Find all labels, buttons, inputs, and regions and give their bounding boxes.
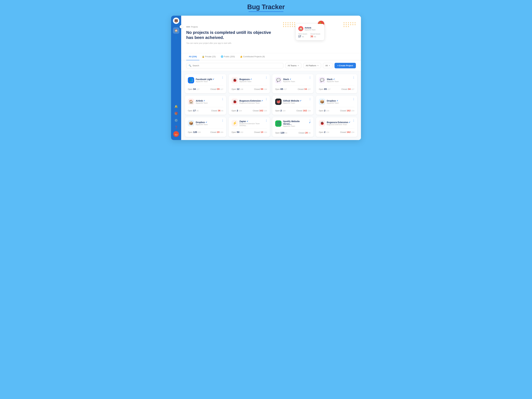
open-total: /198 [240,89,243,90]
all-filter[interactable]: All ▼ [323,63,332,68]
project-card-2[interactable]: ⋮ 🐞 Bugasura ✔ Appachhi Team Open 12 /19… [229,74,270,93]
preview-card: 🏠 Airbnb Appachhi Team Open Issues 17 /6… [296,24,324,40]
closed-issues-label: Closed Issues [310,33,320,35]
open-total: /265 [198,132,201,133]
deco-dots-right [343,22,356,27]
open-total: /234 [326,110,329,112]
avatar[interactable]: 🦊 [173,131,179,137]
card-info: Spotify Website Versio... ✔ Appachhi Tea… [283,120,311,127]
open-stat: Open 65 /127 [275,88,287,90]
open-number: 120 [280,131,284,134]
projects-grid: ⋮ 📘 Facebook Light ✔ Appachhi Team Open … [181,71,361,140]
tab-private[interactable]: 🔒 Private (23) [199,53,218,60]
project-card-11[interactable]: ⋮ 🎵 Spotify Website Versio... ✔ Appachhi… [272,117,313,137]
verified-icon: ✔ [247,120,248,122]
project-card-4[interactable]: ⋮ 💬 Slack ✔ Appachhi Team Open 65 /127 C… [316,74,357,93]
open-stat: Open 12 /198 [232,88,243,90]
verified-icon: ✔ [336,100,338,102]
open-stat: Open 120 /82 [275,131,287,134]
preview-card-name: Airbnb [305,27,316,29]
closed-stat: Closed 09 /127 [210,88,223,90]
create-project-button[interactable]: + Create Project [335,63,356,68]
search-input[interactable] [193,64,281,67]
project-card-3[interactable]: ⋮ 💬 Slack ✔ Appachhi Team Open 65 /127 C… [272,74,313,93]
card-menu-icon[interactable]: ⋮ [352,76,355,79]
verified-icon: ✔ [349,121,350,123]
sidebar-toggle[interactable]: › [180,25,183,28]
open-number: 2 [324,109,325,112]
chevron-down-icon: ▼ [298,65,299,66]
project-name: Dropbox ✔ [327,100,339,102]
project-name: Facebook Light ✔ [196,78,214,81]
project-name: Spotify Website Versio... ✔ [283,120,311,125]
deco-dots-left [283,22,295,27]
closed-number: 20 [217,131,220,133]
project-card-5[interactable]: ⋮ 🏠 Airbnb ✔ Appachhi Team Open 17 /65 C… [185,96,226,115]
project-card-8[interactable]: ⋮ 📦 Dropbox ✔ Appachhi Team Open 2 /234 … [316,96,357,115]
project-card-12[interactable]: ⋮ 🐞 Bugasura Extension ✔ Bugasura Extens… [316,117,357,137]
closed-total: /127 [220,89,223,90]
project-logo: 🎵 [275,120,281,127]
project-card-10[interactable]: ⋮ ⚡ Zapier ✔ Bugasura Extension Team Dev… [229,117,270,137]
tab-public[interactable]: 🌐 Public (203) [218,53,237,60]
card-menu-icon[interactable]: ⋮ [265,76,268,79]
card-menu-icon[interactable]: ⋮ [221,98,224,101]
card-menu-icon[interactable]: ⋮ [309,98,311,101]
preview-card-team: Appachhi Team [305,29,316,31]
card-menu-icon[interactable]: ⋮ [221,76,224,79]
closed-stat: Closed 34 /127 [298,88,311,90]
tab-all[interactable]: All (234) [186,53,199,60]
verified-icon: ✔ [333,78,335,80]
card-menu-icon[interactable]: ⋮ [221,119,224,122]
closed-total: /65 [314,36,316,38]
sidebar-logo[interactable]: 🐻 [173,18,179,24]
project-logo: 💬 [275,77,281,83]
open-total: /65 [196,110,199,112]
project-card-1[interactable]: ⋮ 📘 Facebook Light ✔ Appachhi Team Open … [185,74,226,93]
open-stat: Open 2 /234 [319,109,329,112]
project-name: Slack ✔ [327,78,339,81]
card-menu-icon[interactable]: ⋮ [352,119,355,122]
open-number: 12 [237,88,239,90]
sidebar-item-gear[interactable]: ⚙️ [173,117,179,124]
project-team: Appachhi Team [196,102,208,104]
search-box[interactable]: 🔍 [186,63,283,68]
project-logo: 📦 [188,120,194,127]
card-info: Zapier ✔ Bugasura Extension Team Develop… [239,120,267,127]
all-teams-filter[interactable]: All Teams ▼ [285,63,301,68]
sidebar-item-help[interactable]: ❓ [173,124,179,131]
card-menu-icon[interactable]: ⋮ [309,119,311,122]
open-total: /234 [326,132,329,133]
preview-closed-stat: Closed Issues 36 /65 [310,33,320,38]
project-card-7[interactable]: ⋮ 🐙 Github Website ✔ Appachhi Team Open … [272,96,313,115]
all-platform-filter[interactable]: All Platform ▼ [303,63,321,68]
project-card-6[interactable]: ⋮ 🐞 Bugasura Extension ✔ Bugasura Extens… [229,96,270,115]
card-stats: Open 2 /234 Closed 162 /234 [232,107,267,112]
closed-number: 10 [261,131,263,133]
card-menu-icon[interactable]: ⋮ [352,98,355,101]
card-menu-icon[interactable]: ⋮ [309,76,311,79]
open-stat: Open 34 /127 [188,88,200,90]
card-header: 💬 Slack ✔ Appachhi Team [319,77,354,83]
sidebar: 🐻 › 🏠 👤 🔔 🎁 ⚙️ ❓ 🦊 [171,16,181,140]
card-header: 🐞 Bugasura ✔ Appachhi Team [232,77,267,83]
tab-contributed[interactable]: 👍 Contributed Projects (8) [237,53,267,60]
sidebar-item-user[interactable]: 👤 [173,34,179,41]
open-number: 2 [237,109,238,112]
card-menu-icon[interactable]: ⋮ [265,119,268,122]
project-card-9[interactable]: ⋮ 📦 Dropbox ✔ Appachhi Team Open 120 /26… [185,117,226,137]
sidebar-item-bell[interactable]: 🔔 [173,103,179,110]
open-issues-label: Open Issues [298,33,307,35]
open-number: 17 [193,109,196,112]
sidebar-item-home[interactable]: 🏠 [173,27,179,34]
open-count: 17 [298,35,301,38]
closed-number: 34 [348,88,351,90]
tabs-section: All (234) 🔒 Private (23) 🌐 Public (203) … [181,53,361,60]
card-menu-icon[interactable]: ⋮ [265,98,268,101]
open-stat: Open 65 /127 [319,88,330,90]
sidebar-item-gift[interactable]: 🎁 [173,110,179,117]
hero-text: Projects No projects is completed untill… [186,26,277,44]
card-info: Dropbox ✔ Appachhi Team [196,121,208,126]
sidebar-bottom: 🔔 🎁 ⚙️ ❓ 🦊 [173,103,179,138]
card-stats: Open 2 /234 Closed 162 /234 [319,129,354,133]
